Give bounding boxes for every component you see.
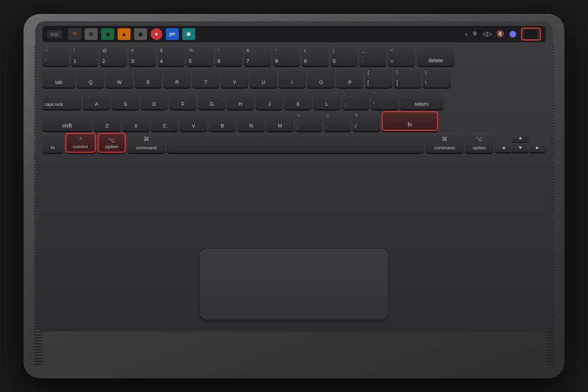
key-option-left[interactable]: ⌥ option — [98, 133, 126, 153]
key-m[interactable]: M — [266, 111, 293, 131]
key-shift-right[interactable]: fn — [382, 111, 438, 131]
key-space[interactable] — [167, 133, 424, 153]
number-row: ~ ` ! 1 @ 2 # 3 $ 4 — [42, 46, 546, 66]
key-arrow-down[interactable]: ▼ — [512, 143, 529, 152]
key-c[interactable]: C — [151, 111, 178, 131]
key-backslash[interactable]: | \ — [423, 68, 451, 88]
key-3[interactable]: # 3 — [129, 46, 156, 66]
key-n[interactable]: N — [238, 111, 265, 131]
tb-blue-icon[interactable]: jet — [166, 28, 179, 40]
key-9[interactable]: ( 9 — [302, 46, 329, 66]
key-8[interactable]: * 8 — [273, 46, 300, 66]
key-semicolon[interactable]: : ; — [342, 89, 369, 109]
touch-id-sensor — [524, 29, 537, 39]
bottom-row: fn ^ control ⌥ option ⌘ command ⌘ comma — [42, 133, 546, 153]
tb-orange-icon[interactable]: ▲ — [118, 28, 131, 40]
key-6[interactable]: ^ 6 — [215, 46, 242, 66]
zxcv-row: shift Z X C V B N M < , > . ? — [42, 111, 546, 131]
key-y[interactable]: Y — [221, 68, 248, 88]
key-1[interactable]: ! 1 — [71, 46, 98, 66]
asdf-row: caps lock A S D F G H J K L : ; " ' — [42, 89, 546, 109]
key-period[interactable]: > . — [324, 111, 351, 131]
qwerty-row: tab Q W E R T Y U I O P { [ } ] — [42, 68, 546, 88]
key-capslock[interactable]: caps lock — [42, 89, 81, 109]
key-v[interactable]: V — [180, 111, 207, 131]
key-5[interactable]: % 5 — [186, 46, 213, 66]
key-r[interactable]: R — [163, 68, 191, 88]
key-s[interactable]: S — [112, 89, 139, 109]
key-command-right[interactable]: ⌘ command — [426, 133, 463, 153]
tb-volume-icon[interactable]: ◁▷ — [482, 30, 492, 38]
tb-teal-icon[interactable]: ▣ — [182, 28, 195, 40]
key-option-right[interactable]: ⌥ option — [465, 133, 493, 153]
key-a[interactable]: A — [83, 89, 110, 109]
tb-back-icon[interactable]: ‹ — [465, 31, 467, 38]
key-2[interactable]: @ 2 — [100, 46, 127, 66]
key-bracket-open[interactable]: { [ — [365, 68, 392, 88]
trackpad[interactable] — [200, 249, 388, 320]
esc-key-touchbar[interactable]: esc — [47, 30, 62, 38]
key-delete[interactable]: delete — [417, 46, 455, 66]
key-fn[interactable]: fn — [42, 133, 64, 153]
key-l[interactable]: L — [313, 89, 340, 109]
key-return[interactable]: return — [400, 89, 443, 109]
tb-close-icon[interactable]: ✕ — [68, 28, 81, 40]
touch-bar: esc ✕ ⊞ ◆ ▲ ◉ ● jet ▣ ‹ ✳ ◁▷ 🔇 ⬤ — [42, 26, 546, 42]
touchbar-app-icons: ✕ ⊞ ◆ ▲ ◉ ● jet ▣ — [68, 28, 463, 40]
key-x[interactable]: X — [122, 111, 149, 131]
key-equals[interactable]: + = — [388, 46, 415, 66]
key-f[interactable]: F — [169, 89, 196, 109]
key-slash[interactable]: ? / — [353, 111, 380, 131]
tb-red-circle-icon[interactable]: ● — [151, 28, 162, 40]
arrow-bottom-row: ◄ ▼ ► — [495, 143, 546, 152]
key-d[interactable]: D — [141, 89, 168, 109]
key-w[interactable]: W — [106, 68, 133, 88]
key-p[interactable]: P — [336, 68, 363, 88]
key-g[interactable]: G — [198, 89, 225, 109]
key-t[interactable]: T — [192, 68, 219, 88]
tb-circle-icon[interactable]: ◉ — [134, 28, 147, 40]
key-shift-left[interactable]: shift — [42, 111, 92, 131]
arrow-top-row: ▲ — [495, 133, 546, 142]
key-arrow-left[interactable]: ◄ — [495, 143, 512, 152]
laptop-body: esc ✕ ⊞ ◆ ▲ ◉ ● jet ▣ ‹ ✳ ◁▷ 🔇 ⬤ — [24, 14, 564, 378]
key-command-left[interactable]: ⌘ command — [128, 133, 165, 153]
key-h[interactable]: H — [227, 89, 254, 109]
key-backtick[interactable]: ~ ` — [42, 46, 69, 66]
key-4[interactable]: $ 4 — [158, 46, 185, 66]
key-z[interactable]: Z — [93, 111, 121, 131]
key-tab[interactable]: tab — [42, 68, 75, 88]
keyboard-rows: ~ ` ! 1 @ 2 # 3 $ 4 — [42, 46, 546, 153]
key-q[interactable]: Q — [77, 68, 104, 88]
tb-brightness-icon[interactable]: ✳ — [472, 30, 477, 38]
key-i[interactable]: I — [279, 68, 306, 88]
key-comma[interactable]: < , — [295, 111, 322, 131]
tb-siri-icon[interactable]: ⬤ — [509, 30, 516, 38]
key-b[interactable]: B — [209, 111, 236, 131]
key-arrow-right[interactable]: ► — [529, 143, 546, 152]
key-k[interactable]: K — [285, 89, 312, 109]
key-control[interactable]: ^ control — [65, 133, 96, 153]
key-bracket-close[interactable]: } ] — [394, 68, 421, 88]
key-0[interactable]: ) 0 — [330, 46, 358, 66]
key-u[interactable]: U — [250, 68, 277, 88]
key-minus[interactable]: _ - — [359, 46, 386, 66]
tb-leaf-icon[interactable]: ◆ — [101, 28, 114, 40]
key-o[interactable]: O — [308, 68, 335, 88]
tb-mute-icon[interactable]: 🔇 — [496, 30, 505, 38]
touch-id-button[interactable] — [521, 28, 541, 41]
arrow-cluster: ▲ ◄ ▼ ► — [495, 133, 546, 152]
key-quote[interactable]: " ' — [371, 89, 398, 109]
tb-grid-icon[interactable]: ⊞ — [85, 28, 98, 40]
keyboard-area: esc ✕ ⊞ ◆ ▲ ◉ ● jet ▣ ‹ ✳ ◁▷ 🔇 ⬤ — [35, 21, 553, 331]
key-7[interactable]: & 7 — [244, 46, 271, 66]
key-arrow-up[interactable]: ▲ — [512, 133, 529, 142]
touchbar-right-icons: ‹ ✳ ◁▷ 🔇 ⬤ — [465, 28, 541, 41]
key-e[interactable]: E — [135, 68, 162, 88]
key-j[interactable]: J — [256, 89, 283, 109]
